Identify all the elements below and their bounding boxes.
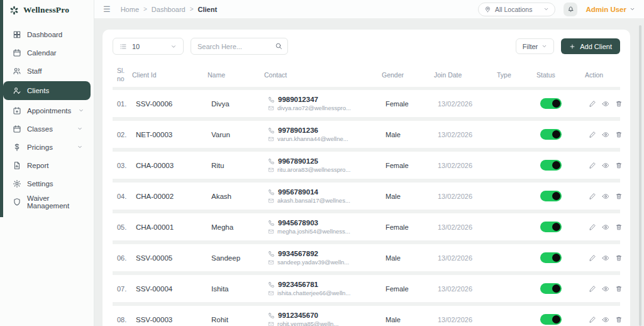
- status-toggle[interactable]: [540, 252, 562, 263]
- phone-icon: [268, 312, 275, 319]
- filter-button[interactable]: Filter: [516, 38, 554, 54]
- sidebar-item-clients[interactable]: Clients: [3, 81, 91, 100]
- view-eye-icon[interactable]: [602, 131, 609, 138]
- sidebar-item-dashboard[interactable]: Dashboard: [3, 25, 91, 43]
- row-contact: 9912345670 rohit.verma85@welln...: [268, 312, 386, 326]
- delete-trash-icon[interactable]: [615, 254, 623, 262]
- breadcrumb: Home > Dashboard > Client: [121, 6, 217, 13]
- edit-pencil-icon[interactable]: [589, 285, 596, 293]
- status-toggle[interactable]: [540, 222, 562, 232]
- edit-pencil-icon[interactable]: [589, 131, 596, 138]
- phone-icon: [268, 158, 275, 165]
- column-header-contact: Contact: [264, 71, 382, 79]
- sidebar-item-staff[interactable]: Staff: [3, 62, 91, 80]
- status-toggle[interactable]: [540, 129, 562, 140]
- chevron-down-icon: [75, 126, 84, 132]
- row-phone: 9945678903: [278, 219, 318, 227]
- row-name: Rohit: [211, 316, 268, 323]
- location-selector[interactable]: All Locations: [478, 3, 556, 16]
- column-header-type: Type: [497, 71, 536, 79]
- sidebar-item-appointments[interactable]: Appointments: [3, 101, 91, 120]
- envelope-icon: [268, 290, 274, 296]
- table-row: 08. SSV-00003 Rohit 9912345670 rohit.ver…: [113, 306, 620, 326]
- edit-pencil-icon[interactable]: [589, 254, 596, 262]
- shield-icon: [13, 198, 21, 206]
- table-row: 04. CHA-00002 Akash 9956789014 akash.ban…: [113, 183, 620, 210]
- table-row: 06. SSV-00005 Sandeep 9934567892 sandeep…: [113, 244, 620, 271]
- vertical-scrollbar[interactable]: [639, 25, 641, 326]
- search-icon[interactable]: [275, 42, 282, 50]
- row-name: Varun: [211, 131, 268, 138]
- row-gender: Male: [386, 316, 438, 323]
- view-eye-icon[interactable]: [602, 193, 609, 200]
- envelope-icon: [268, 167, 274, 173]
- edit-pencil-icon[interactable]: [589, 162, 596, 169]
- row-gender: Female: [386, 100, 438, 108]
- row-phone: 9912345670: [278, 312, 318, 319]
- row-actions: [589, 193, 623, 200]
- status-toggle[interactable]: [540, 191, 562, 201]
- delete-trash-icon[interactable]: [615, 316, 623, 323]
- row-status: [540, 283, 589, 294]
- edit-pencil-icon[interactable]: [589, 316, 596, 323]
- view-eye-icon[interactable]: [602, 254, 609, 262]
- row-sl: 07.: [117, 285, 136, 293]
- column-header-action: Action: [585, 71, 620, 79]
- row-actions: [589, 254, 623, 262]
- delete-trash-icon[interactable]: [615, 162, 623, 169]
- edit-pencil-icon[interactable]: [589, 223, 596, 231]
- sidebar-item-settings[interactable]: Settings: [3, 174, 91, 193]
- add-client-button[interactable]: Add Client: [561, 38, 620, 54]
- list-icon: [119, 43, 127, 50]
- row-actions: [589, 131, 623, 138]
- phone-icon: [268, 189, 275, 196]
- notifications-button[interactable]: [564, 3, 577, 16]
- edit-pencil-icon[interactable]: [589, 193, 596, 200]
- status-toggle[interactable]: [540, 314, 562, 325]
- sidebar-item-calendar[interactable]: Calendar: [3, 43, 91, 62]
- delete-trash-icon[interactable]: [615, 285, 623, 293]
- row-actions: [589, 223, 623, 231]
- breadcrumb-home[interactable]: Home: [121, 6, 139, 13]
- row-gender: Female: [386, 285, 438, 293]
- sidebar-item-report[interactable]: Report: [3, 156, 91, 174]
- row-email: varun.khanna44@wellne...: [277, 135, 348, 142]
- status-toggle[interactable]: [540, 160, 562, 171]
- delete-trash-icon[interactable]: [615, 223, 623, 231]
- view-eye-icon[interactable]: [602, 223, 609, 231]
- envelope-icon: [268, 105, 274, 111]
- topbar: ☰ Home > Dashboard > Client All Location…: [94, 0, 644, 19]
- row-join-date: 13/02/2026: [438, 193, 501, 200]
- row-email: sandeep.yadav39@welln...: [277, 259, 349, 266]
- hamburger-menu-icon[interactable]: ☰: [103, 4, 111, 14]
- edit-pencil-icon[interactable]: [589, 100, 596, 108]
- view-eye-icon[interactable]: [602, 285, 609, 293]
- row-phone: 9934567892: [278, 250, 318, 257]
- row-join-date: 13/02/2026: [438, 131, 501, 138]
- sidebar: WellnessPro Dashboard Calendar Staff Cli…: [0, 0, 94, 326]
- search-input[interactable]: [191, 38, 288, 55]
- page-size-select[interactable]: 10: [113, 38, 184, 55]
- row-sl: 04.: [117, 193, 136, 200]
- delete-trash-icon[interactable]: [615, 193, 623, 200]
- table-header-row: Sl. no Client Id Name Contact Gender Joi…: [113, 63, 620, 87]
- add-client-label: Add Client: [580, 43, 612, 50]
- row-actions: [589, 316, 623, 323]
- breadcrumb-current: Client: [198, 6, 218, 13]
- sidebar-item-pricings[interactable]: Pricings: [3, 138, 91, 156]
- plus-icon: [569, 43, 575, 50]
- user-menu[interactable]: Admin User: [586, 6, 635, 13]
- delete-trash-icon[interactable]: [615, 131, 623, 138]
- view-eye-icon[interactable]: [602, 316, 609, 323]
- breadcrumb-dashboard[interactable]: Dashboard: [152, 6, 186, 13]
- view-eye-icon[interactable]: [602, 162, 609, 169]
- column-header-client-id: Client Id: [132, 71, 208, 79]
- chevron-down-icon: [630, 6, 635, 12]
- status-toggle[interactable]: [540, 283, 562, 294]
- sidebar-item-classes[interactable]: Classes: [3, 120, 91, 138]
- sidebar-item-waiver-management[interactable]: Waiver Management: [3, 193, 91, 211]
- status-toggle[interactable]: [540, 98, 562, 109]
- view-eye-icon[interactable]: [602, 100, 609, 108]
- delete-trash-icon[interactable]: [615, 100, 623, 108]
- row-actions: [589, 285, 623, 293]
